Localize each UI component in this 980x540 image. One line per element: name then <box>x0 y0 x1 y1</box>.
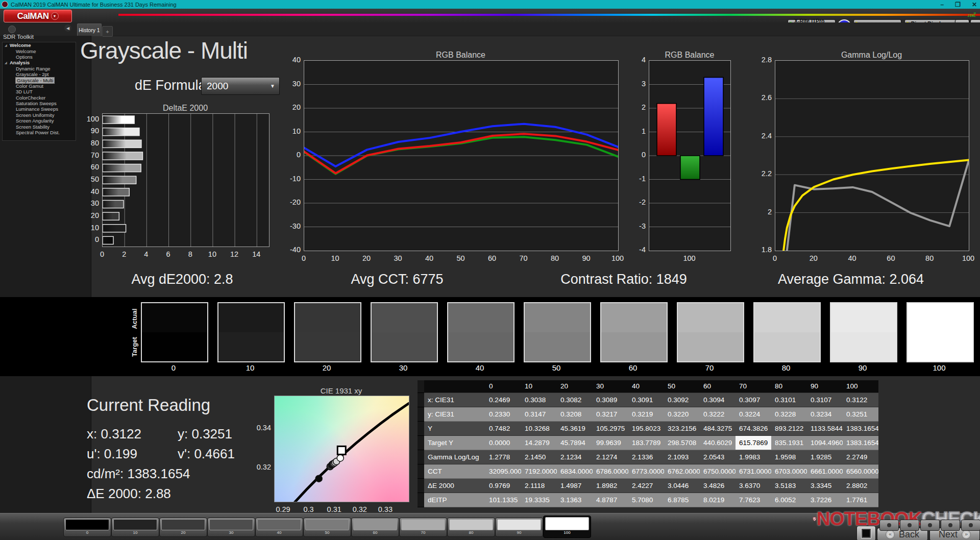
axis-tick-label: 14 <box>249 250 264 258</box>
calman-logo-menu[interactable]: CalMAN ▼ <box>4 10 72 22</box>
swatch-actual <box>678 303 743 332</box>
pattern-level-button-40[interactable]: 40 <box>255 518 303 537</box>
pattern-level-button-70[interactable]: 70 <box>399 518 447 537</box>
sidebar-item-screen-uniformity[interactable]: Screen Uniformity <box>3 112 76 118</box>
swatch-level-label: 90 <box>830 363 895 372</box>
de-formula-select[interactable]: 2000 ▼ <box>201 77 280 95</box>
sidebar-item-3d-lut[interactable]: 3D LUT <box>3 89 76 94</box>
table-cell: 1094.4960 <box>807 436 843 450</box>
axis-tick-label: -10 <box>281 175 301 183</box>
swatch-actual <box>601 303 667 332</box>
axis-tick-label: 30 <box>390 254 406 262</box>
sidebar-item-spectral-power-dist[interactable]: Spectral Power Dist. <box>3 130 76 135</box>
pattern-option-button[interactable] <box>961 520 980 531</box>
pattern-level-button-100[interactable]: 100 <box>543 516 591 538</box>
table-column-header: 80 <box>771 380 807 392</box>
swatch-actual <box>142 303 207 332</box>
table-cell: 1.9285 <box>807 450 843 464</box>
sidebar-item-screen-angularity[interactable]: Screen Angularity <box>3 118 76 124</box>
minimize-icon[interactable]: – <box>940 1 944 8</box>
pattern-level-button-20[interactable]: 20 <box>159 518 207 537</box>
axis-tick-label: 0 <box>631 151 646 159</box>
sidebar-item-luminance-sweeps[interactable]: Luminance Sweeps <box>3 106 76 112</box>
table-row-label: dEITP <box>424 493 485 507</box>
pattern-option-button[interactable] <box>920 520 940 531</box>
axis-tick-label: 50 <box>453 254 469 262</box>
stat-avg-cct: Avg CCT: 6775 <box>295 272 499 287</box>
calman-app-window: CalMAN 2019 CalMAN Ultimate for Business… <box>0 0 980 540</box>
pattern-option-button[interactable] <box>941 520 960 531</box>
axis-tick-label: 4 <box>138 250 154 258</box>
sidebar-item-options[interactable]: Options <box>3 54 76 60</box>
table-cell: 183.7789 <box>628 436 664 450</box>
table-cell: 1383.1654 <box>843 422 878 436</box>
pattern-chip <box>161 519 205 530</box>
table-column-header: 20 <box>557 380 593 392</box>
current-reading-line: cd/m²: 1383.1654 <box>87 466 190 482</box>
table-cell: 2.4227 <box>628 479 664 493</box>
tree-expander-icon[interactable]: ◢ <box>5 61 7 64</box>
chevron-down-icon: ▼ <box>270 83 275 89</box>
pattern-level-button-10[interactable]: 10 <box>111 518 159 537</box>
swatch-target <box>908 332 973 361</box>
sidebar-item-label: Screen Angularity <box>16 118 54 124</box>
axis-tick-label: 20 <box>806 254 821 262</box>
table-cell: 323.2156 <box>664 422 700 436</box>
axis-tick-label: 3 <box>631 80 646 88</box>
swatch-level-label: 100 <box>906 363 972 372</box>
table-cell: 5.7080 <box>628 493 664 507</box>
tab-history-1[interactable]: History 1 <box>77 23 102 36</box>
sidebar-collapse-button[interactable]: ◀ <box>64 24 71 32</box>
table-cell: 4.8787 <box>593 493 628 507</box>
axis-tick-label: 90 <box>579 254 594 262</box>
swatch-actual <box>295 303 360 332</box>
sidebar-item-color-gamut[interactable]: Color Gamut <box>3 83 76 89</box>
pattern-level-button-0[interactable]: 0 <box>63 518 111 537</box>
table-cell: 1.7761 <box>843 493 878 507</box>
pattern-level-label: 40 <box>257 530 301 535</box>
axis-tick-label: 90 <box>82 127 99 135</box>
pattern-level-button-30[interactable]: 30 <box>207 518 255 537</box>
pattern-level-button-80[interactable]: 80 <box>447 518 495 537</box>
sidebar-item-screen-stability[interactable]: Screen Stability <box>3 124 76 129</box>
axis-tick-label: -3 <box>631 222 646 230</box>
pattern-level-label: 60 <box>353 530 397 535</box>
close-icon[interactable]: ✕ <box>972 1 977 8</box>
sidebar-item-welcome[interactable]: ◢Welcome <box>3 42 76 48</box>
pattern-window-button[interactable] <box>856 526 876 540</box>
sidebar-item-grayscale-2pt[interactable]: Grayscale - 2pt <box>3 71 76 77</box>
add-tab-button[interactable]: + <box>102 26 113 37</box>
table-row-label: Y <box>424 422 485 436</box>
pattern-level-button-60[interactable]: 60 <box>351 518 399 537</box>
sidebar-item-analysis[interactable]: ◢Analysis <box>3 60 76 65</box>
table-cell: 8.0219 <box>700 493 736 507</box>
swatch-level-label: 0 <box>141 363 206 372</box>
axis-tick-label: 10 <box>328 254 343 262</box>
tree-expander-icon[interactable]: ◢ <box>5 43 7 47</box>
table-cell: 2.8802 <box>843 479 878 493</box>
table-cell: 0.3097 <box>736 393 771 407</box>
pattern-option-button[interactable] <box>879 520 899 531</box>
pattern-option-button[interactable] <box>900 520 919 531</box>
table-cell: 6750.0000 <box>700 464 736 479</box>
sidebar-item-colorchecker[interactable]: ColorChecker <box>3 95 76 101</box>
table-cell: 105.2975 <box>593 422 628 436</box>
axis-tick-label: 0.32 <box>349 505 371 513</box>
sidebar-item-label: Saturation Sweeps <box>16 101 57 106</box>
sidebar-item-grayscale-multi[interactable]: Grayscale - Multi <box>3 77 76 83</box>
pattern-level-label: 70 <box>401 530 445 535</box>
pattern-option-icon <box>928 523 932 527</box>
sidebar-item-dynamic-range[interactable]: Dynamic Range <box>3 66 76 71</box>
restore-icon[interactable]: ❐ <box>955 1 961 8</box>
table-cell: 0.3092 <box>664 393 700 407</box>
table-cell: 0.2330 <box>485 407 521 422</box>
table-cell: 0.3220 <box>664 407 700 422</box>
sidebar-item-saturation-sweeps[interactable]: Saturation Sweeps <box>3 101 76 106</box>
axis-tick-label: 10 <box>281 127 301 135</box>
pattern-level-button-90[interactable]: 90 <box>495 518 543 537</box>
axis-tick-label: 2.2 <box>752 169 772 178</box>
axis-tick-label: 40 <box>845 254 860 262</box>
sidebar-item-welcome[interactable]: Welcome <box>3 48 76 54</box>
grayscale-swatch-90 <box>830 302 897 362</box>
pattern-level-button-50[interactable]: 50 <box>303 518 351 537</box>
